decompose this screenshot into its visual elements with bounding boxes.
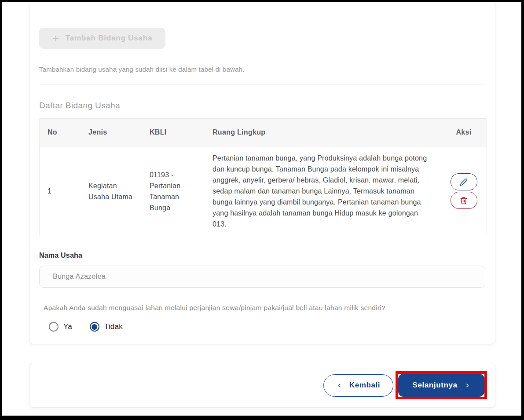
chevron-left-icon (337, 383, 342, 388)
radio-circle-tidak[interactable] (90, 322, 99, 332)
radio-label-tidak: Tidak (104, 322, 123, 331)
cell-ruang-lingkup: Pertanian tanaman bunga, yang Produksiny… (205, 146, 441, 236)
column-header-jenis: Jenis (81, 119, 142, 146)
nama-usaha-label: Nama Usaha (39, 251, 485, 259)
business-form-card: + Tambah Bidang Usaha Tambahkan bidang u… (29, 0, 495, 344)
delete-row-button[interactable] (451, 192, 477, 209)
radio-circle-ya[interactable] (49, 322, 59, 332)
nama-usaha-input[interactable] (39, 266, 485, 288)
table-row: 1 Kegiatan Usaha Utama 01193 - Pertanian… (40, 146, 487, 236)
screenshot-frame: + Tambah Bidang Usaha Tambahkan bidang u… (0, 0, 524, 420)
footer-actions-card: Kembali Selanjutnya (29, 363, 495, 408)
land-question-radio-group: Ya Tidak (39, 322, 485, 332)
cell-jenis: Kegiatan Usaha Utama (81, 146, 142, 236)
section-divider (39, 84, 485, 84)
column-header-ruang-lingkup: Ruang Lingkup (205, 119, 441, 146)
land-question-text: Apakah Anda sudah menguasai lahan melalu… (39, 303, 485, 312)
add-bidang-usaha-label: Tambah Bidang Usaha (66, 34, 152, 43)
column-header-kbli: KBLI (142, 119, 205, 146)
add-helper-text: Tambahkan bidang usaha yang sudah diisi … (39, 65, 485, 73)
selanjutnya-button[interactable]: Selanjutnya (398, 374, 484, 397)
selanjutnya-label: Selanjutnya (412, 381, 457, 390)
column-header-aksi: Aksi (441, 119, 487, 146)
kembali-label: Kembali (349, 381, 380, 390)
edit-row-button[interactable] (451, 173, 477, 190)
plus-icon: + (52, 33, 59, 44)
target-highlight-box: Selanjutnya (396, 371, 487, 399)
table-header-row: No Jenis KBLI Ruang Lingkup Aksi (40, 119, 487, 146)
column-header-no: No (40, 119, 81, 146)
trash-icon (460, 197, 468, 205)
cell-kbli: 01193 - Pertanian Tanaman Bunga (142, 146, 205, 236)
table-section-title: Daftar Bidang Usaha (39, 100, 485, 110)
bidang-usaha-table: No Jenis KBLI Ruang Lingkup Aksi 1 Kegia… (39, 118, 487, 236)
kembali-button[interactable]: Kembali (323, 374, 393, 397)
chevron-right-icon (465, 383, 470, 388)
radio-option-ya[interactable]: Ya (49, 322, 72, 332)
radio-label-ya: Ya (63, 322, 72, 331)
cell-no: 1 (40, 146, 81, 236)
radio-option-tidak[interactable]: Tidak (90, 322, 123, 332)
cell-aksi (441, 146, 487, 236)
add-bidang-usaha-button[interactable]: + Tambah Bidang Usaha (39, 28, 165, 49)
pencil-icon (460, 178, 468, 186)
